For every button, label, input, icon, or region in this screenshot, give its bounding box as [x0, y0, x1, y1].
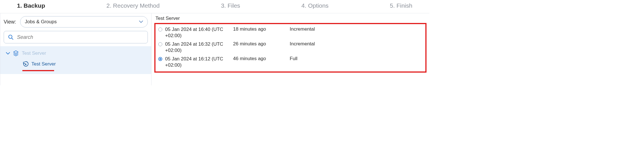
- recovery-point-row[interactable]: 05 Jan 2024 at 16:32 (UTC +02:00)26 minu…: [158, 40, 423, 55]
- recovery-point-date: 05 Jan 2024 at 16:40 (UTC +02:00): [165, 26, 230, 39]
- wizard-step-4[interactable]: 4. Options: [301, 2, 329, 9]
- search-box[interactable]: [4, 31, 148, 43]
- wizard-step-1[interactable]: 1. Backup: [17, 2, 45, 9]
- radio-button[interactable]: [158, 28, 162, 31]
- view-row: View: Jobs & Groups: [4, 16, 148, 28]
- search-icon: [8, 34, 14, 40]
- restore-icon: [22, 61, 29, 67]
- recovery-points-title: Test Server: [155, 16, 427, 21]
- recovery-point-age: 26 minutes ago: [233, 41, 287, 47]
- stack-icon: [13, 50, 19, 56]
- recovery-point-age: 46 minutes ago: [233, 56, 287, 62]
- tree-parent-label: Test Server: [22, 50, 46, 56]
- tree-child-label: Test Server: [31, 61, 56, 67]
- svg-point-3: [25, 64, 26, 65]
- annotation-underline: [22, 70, 54, 71]
- recovery-points-list: 05 Jan 2024 at 16:40 (UTC +02:00)18 minu…: [154, 23, 427, 73]
- tree-child-row[interactable]: Test Server: [0, 59, 151, 69]
- wizard-step-2[interactable]: 2. Recovery Method: [106, 2, 160, 9]
- recovery-point-type: Incremental: [290, 26, 423, 32]
- tree-parent-row[interactable]: Test Server: [0, 48, 151, 59]
- view-label: View:: [4, 19, 16, 25]
- view-select-value: Jobs & Groups: [25, 19, 57, 25]
- recovery-point-row[interactable]: 05 Jan 2024 at 16:12 (UTC +02:00)46 minu…: [158, 55, 423, 69]
- radio-button[interactable]: [158, 42, 162, 46]
- svg-point-0: [9, 35, 12, 39]
- chevron-down-icon: [139, 21, 143, 23]
- recovery-point-age: 18 minutes ago: [233, 26, 287, 32]
- content-row: View: Jobs & Groups Test: [0, 13, 429, 85]
- svg-line-1: [12, 38, 13, 40]
- right-panel: Test Server 05 Jan 2024 at 16:40 (UTC +0…: [152, 13, 429, 85]
- recovery-point-type: Full: [290, 56, 423, 62]
- chevron-down-icon: [6, 52, 10, 55]
- view-select[interactable]: Jobs & Groups: [20, 16, 148, 28]
- search-input[interactable]: [17, 34, 144, 40]
- left-panel: View: Jobs & Groups Test: [0, 13, 152, 85]
- wizard-steps: 1. Backup2. Recovery Method3. Files4. Op…: [0, 0, 429, 13]
- tree: Test Server Test Server: [0, 46, 151, 74]
- radio-button[interactable]: [158, 57, 162, 61]
- recovery-point-type: Incremental: [290, 41, 423, 47]
- svg-marker-2: [14, 51, 18, 53]
- wizard-step-3[interactable]: 3. Files: [221, 2, 240, 9]
- wizard-step-5[interactable]: 5. Finish: [390, 2, 412, 9]
- recovery-point-date: 05 Jan 2024 at 16:32 (UTC +02:00): [165, 41, 230, 54]
- recovery-point-row[interactable]: 05 Jan 2024 at 16:40 (UTC +02:00)18 minu…: [158, 25, 423, 40]
- recovery-point-date: 05 Jan 2024 at 16:12 (UTC +02:00): [165, 56, 230, 68]
